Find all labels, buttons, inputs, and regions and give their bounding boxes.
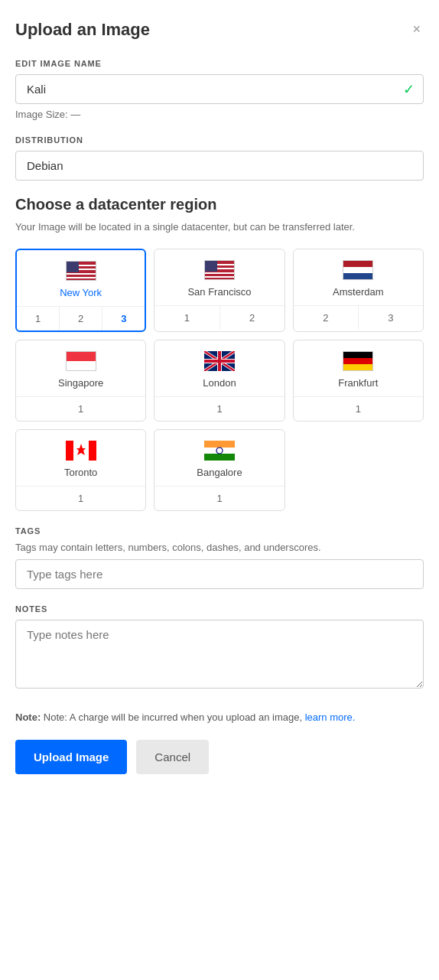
flag-icon-london: [204, 351, 235, 371]
region-card-body-singapore: Singapore: [16, 340, 145, 396]
region-card-body-frankfurt: Frankfurt: [294, 340, 423, 396]
notes-section: NOTES: [15, 604, 424, 692]
close-button[interactable]: ×: [409, 18, 424, 41]
region-name-san-francisco: San Francisco: [187, 286, 251, 298]
tags-description: Tags may contain letters, numbers, colon…: [15, 542, 424, 553]
note-paragraph: Note: Note: A charge will be incurred wh…: [15, 710, 424, 725]
datacenter-description: Your Image will be located in a single d…: [15, 220, 424, 235]
region-card-body-london: London: [154, 340, 284, 396]
sg-flag: [66, 351, 96, 371]
upload-image-button[interactable]: Upload Image: [15, 740, 127, 774]
modal: Upload an Image × EDIT IMAGE NAME ✓ Imag…: [0, 0, 439, 980]
cancel-button[interactable]: Cancel: [136, 740, 209, 774]
region-name-singapore: Singapore: [58, 377, 103, 389]
region-card-london[interactable]: London 1: [154, 340, 285, 422]
region-card-singapore[interactable]: Singapore 1: [15, 340, 146, 422]
region-card-toronto[interactable]: Toronto 1: [15, 429, 146, 511]
svg-rect-11: [89, 441, 96, 461]
region-card-new-york[interactable]: New York 1 2 3: [15, 249, 146, 332]
svg-rect-14: [204, 448, 235, 454]
region-number-ny-2[interactable]: 2: [60, 307, 102, 330]
datacenter-title: Choose a datacenter region: [15, 196, 424, 213]
notes-label: NOTES: [15, 604, 424, 614]
region-number-sg-1[interactable]: 1: [16, 396, 145, 421]
region-numbers-new-york: 1 2 3: [17, 306, 145, 330]
uk-flag-svg: [204, 351, 235, 371]
note-strong: Note:: [15, 711, 41, 723]
check-icon: ✓: [403, 81, 415, 98]
region-grid-row1: New York 1 2 3 San Francisco 1: [15, 249, 424, 332]
image-name-label: EDIT IMAGE NAME: [15, 59, 424, 68]
image-name-input[interactable]: [15, 74, 424, 104]
flag-icon-frankfurt: [343, 351, 373, 371]
region-number-ban-1[interactable]: 1: [154, 486, 284, 510]
flag-icon-new-york: [66, 261, 96, 281]
region-numbers-amsterdam: 2 3: [294, 305, 423, 330]
nl-flag: [343, 260, 373, 280]
distribution-section: DISTRIBUTION: [15, 135, 424, 181]
note-text-content: Note: A charge will be incurred when you…: [44, 711, 302, 723]
flag-icon-bangalore: [204, 441, 235, 461]
region-name-frankfurt: Frankfurt: [338, 377, 378, 389]
region-number-sf-2[interactable]: 2: [220, 306, 285, 330]
region-number-sf-1[interactable]: 1: [154, 306, 220, 330]
flag-icon-toronto: [66, 441, 96, 461]
ca-flag-svg: [66, 441, 96, 461]
region-name-amsterdam: Amsterdam: [333, 286, 383, 298]
svg-rect-9: [66, 441, 73, 461]
region-card-body-toronto: Toronto: [16, 430, 145, 486]
button-row: Upload Image Cancel: [15, 740, 424, 774]
region-grid-row3: Toronto 1 Bangalore: [15, 429, 424, 511]
region-card-amsterdam[interactable]: Amsterdam 2 3: [293, 249, 424, 332]
region-card-body-bangalore: Bangalore: [154, 430, 284, 486]
region-number-fra-1[interactable]: 1: [294, 396, 423, 421]
svg-rect-13: [204, 441, 235, 448]
region-number-am-3[interactable]: 3: [359, 306, 423, 330]
region-name-london: London: [203, 377, 236, 389]
region-card-body-san-francisco: San Francisco: [154, 249, 284, 305]
distribution-label: DISTRIBUTION: [15, 135, 424, 145]
modal-header: Upload an Image ×: [15, 18, 424, 41]
image-size-label: Image Size: —: [15, 109, 424, 120]
learn-more-link[interactable]: learn more.: [305, 711, 356, 723]
region-number-am-2[interactable]: 2: [294, 306, 359, 330]
region-name-toronto: Toronto: [64, 467, 97, 478]
region-name-new-york: New York: [60, 287, 102, 298]
notes-textarea[interactable]: [15, 620, 424, 689]
region-card-frankfurt[interactable]: Frankfurt 1: [293, 340, 424, 422]
region-grid-row2: Singapore 1: [15, 340, 424, 422]
image-name-section: EDIT IMAGE NAME ✓ Image Size: —: [15, 59, 424, 120]
region-number-tor-1[interactable]: 1: [16, 486, 145, 510]
svg-rect-8: [204, 360, 235, 363]
region-number-ny-1[interactable]: 1: [17, 307, 60, 330]
distribution-input[interactable]: [15, 151, 424, 181]
region-number-lon-1[interactable]: 1: [154, 396, 284, 421]
region-number-ny-3[interactable]: 3: [102, 307, 145, 330]
region-card-body-amsterdam: Amsterdam: [294, 249, 423, 305]
us-flag-sf: [204, 260, 235, 280]
region-numbers-san-francisco: 1 2: [154, 305, 284, 330]
datacenter-section: Choose a datacenter region Your Image wi…: [15, 196, 424, 511]
svg-rect-15: [204, 454, 235, 461]
de-flag: [343, 351, 373, 371]
region-name-bangalore: Bangalore: [197, 467, 242, 478]
image-name-input-wrapper: ✓: [15, 74, 424, 104]
region-card-san-francisco[interactable]: San Francisco 1 2: [154, 249, 285, 332]
flag-icon-singapore: [66, 351, 96, 371]
tags-input[interactable]: [15, 559, 424, 589]
in-flag-svg: [204, 441, 235, 461]
tags-label: TAGS: [15, 526, 424, 536]
tags-section: TAGS Tags may contain letters, numbers, …: [15, 526, 424, 589]
flag-icon-san-francisco: [204, 260, 235, 280]
modal-title: Upload an Image: [15, 20, 150, 40]
region-card-bangalore[interactable]: Bangalore 1: [154, 429, 285, 511]
us-flag: [66, 261, 96, 281]
region-card-body-new-york: New York: [17, 250, 145, 306]
flag-icon-amsterdam: [343, 260, 373, 280]
